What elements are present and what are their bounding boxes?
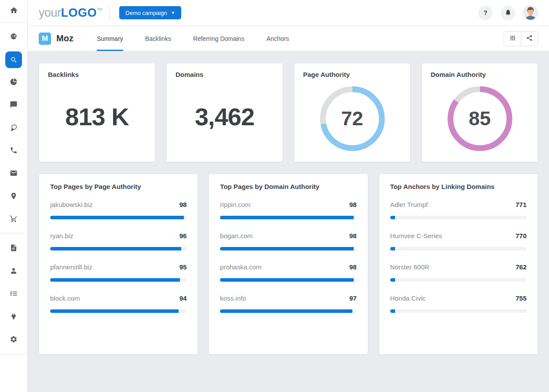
toolbar-actions [504, 31, 538, 46]
progress-bar-track [50, 247, 187, 250]
list-card-title: Top Pages by Domain Authority [220, 183, 356, 190]
home-icon [10, 6, 18, 16]
tab-summary[interactable]: Summary [86, 26, 134, 51]
sidebar-item-ecommerce[interactable] [0, 208, 27, 231]
report-toolbar: M Moz Summary Backlinks Referring Domain… [28, 26, 549, 51]
stat-card-title: Domain Authority [431, 71, 529, 78]
progress-bar-track [220, 309, 356, 313]
list-item-value: 94 [179, 294, 187, 302]
campaign-selector-button[interactable]: Demo campaign ▼ [119, 6, 181, 19]
list-item-value: 98 [349, 263, 357, 271]
stat-card-backlinks: Backlinks 813 K [39, 63, 155, 162]
list-card-top-anchors: Top Anchors by Linking Domains Adler Tru… [379, 174, 538, 355]
moz-logo-icon: M [39, 33, 51, 45]
report-tabs: Summary Backlinks Referring Domains Anch… [86, 26, 300, 51]
progress-bar-track [220, 216, 356, 219]
progress-bar-fill [390, 309, 395, 313]
stat-card-page-authority: Page Authority 72 [294, 63, 410, 162]
integration-title: Moz [56, 33, 73, 44]
tab-backlinks[interactable]: Backlinks [134, 26, 182, 51]
list-item-value: 98 [349, 201, 357, 208]
sidebar-item-local[interactable] [0, 185, 27, 208]
progress-bar-fill [220, 247, 354, 250]
progress-bar-track [50, 309, 187, 313]
logo-bold: LOGO [61, 6, 97, 20]
list-item: koss.info97 [220, 294, 356, 313]
notifications-button[interactable] [501, 6, 515, 20]
stat-card-domain-authority: Domain Authority 85 [421, 63, 538, 162]
sidebar-item-chat[interactable] [0, 94, 27, 117]
list-item-label: rippin.com [220, 201, 250, 208]
list-item-label: Humvee C-Series [390, 232, 442, 240]
header-divider [109, 4, 110, 21]
sidebar-item-settings[interactable] [0, 329, 27, 352]
list-card-title: Top Anchors by Linking Domains [390, 183, 527, 190]
list-body: rippin.com98bogan.com98prohaska.com98kos… [220, 201, 356, 313]
help-button[interactable]: ? [478, 6, 493, 20]
stat-value: 3,462 [167, 102, 282, 131]
location-pin-icon [10, 192, 18, 202]
tab-referring-domains[interactable]: Referring Domains [182, 26, 256, 51]
sidebar-item-home[interactable] [0, 0, 27, 23]
list-item: bogan.com98 [220, 232, 356, 250]
sidebar-item-email[interactable] [0, 163, 27, 185]
sidebar-item-reports[interactable] [0, 237, 27, 260]
list-item-label: Adler Trumpf [390, 201, 428, 208]
share-icon [526, 35, 533, 43]
integration-brand: M Moz [39, 33, 73, 45]
progress-bar-track [390, 247, 527, 250]
mail-icon [10, 169, 18, 179]
sidebar-item-search[interactable] [0, 48, 27, 71]
list-card-title: Top Pages by Page Authority [50, 183, 187, 190]
bell-icon [505, 9, 512, 17]
list-item-label: jakubowski.biz [50, 201, 93, 208]
user-avatar[interactable] [523, 5, 538, 20]
list-item-value: 98 [349, 232, 357, 240]
chevron-down-icon: ▼ [171, 11, 175, 15]
list-item: block.com94 [50, 294, 187, 313]
stat-value: 813 K [39, 102, 155, 131]
top-header: yourLOGOTM Demo campaign ▼ ? [28, 0, 549, 26]
sidebar-item-ppc[interactable] [0, 117, 27, 140]
sidebar-item-calls[interactable] [0, 140, 27, 163]
progress-bar-track [50, 216, 187, 219]
sliders-icon [509, 35, 516, 43]
stat-cards-row: Backlinks 813 K Domains 3,462 Page Autho… [39, 63, 538, 162]
progress-bar-track [390, 278, 527, 282]
tab-anchors[interactable]: Anchors [256, 26, 300, 51]
list-item-label: prohaska.com [220, 263, 261, 271]
progress-bar-fill [390, 278, 395, 282]
sidebar-item-dashboard[interactable] [0, 25, 27, 48]
progress-bar-fill [390, 247, 395, 250]
sidebar-item-tasks[interactable] [0, 283, 27, 306]
search-icon [5, 51, 22, 68]
chat-icon [10, 101, 18, 110]
list-item-value: 97 [349, 294, 357, 302]
list-item: ryan.biz96 [50, 232, 187, 250]
progress-bar-fill [220, 278, 354, 282]
list-item-value: 770 [516, 232, 527, 240]
progress-bar-fill [50, 309, 179, 313]
list-item: Honda Civic755 [390, 294, 527, 313]
progress-bar-track [50, 278, 187, 282]
sidebar-item-analytics[interactable] [0, 71, 27, 94]
share-button[interactable] [521, 32, 538, 46]
filter-button[interactable] [504, 32, 521, 46]
list-item-label: bogan.com [220, 232, 253, 240]
list-item: Humvee C-Series770 [390, 232, 527, 250]
plug-icon [10, 312, 18, 322]
sidebar-item-integrations[interactable] [0, 306, 27, 329]
list-cards-row: Top Pages by Page Authority jakubowski.b… [39, 174, 538, 355]
list-item: Norster 600R762 [390, 263, 527, 282]
list-item: jakubowski.biz98 [50, 201, 187, 219]
list-item-value: 95 [179, 263, 187, 271]
progress-bar-track [220, 247, 356, 250]
sidebar [0, 0, 28, 392]
app-logo: yourLOGOTM [39, 6, 102, 20]
gear-icon [10, 335, 18, 345]
sidebar-item-account[interactable] [0, 260, 27, 283]
campaign-selector-label: Demo campaign [125, 10, 167, 16]
header-actions: ? [478, 5, 538, 20]
list-item-label: koss.info [220, 294, 246, 302]
list-item-label: Honda Civic [390, 294, 426, 302]
